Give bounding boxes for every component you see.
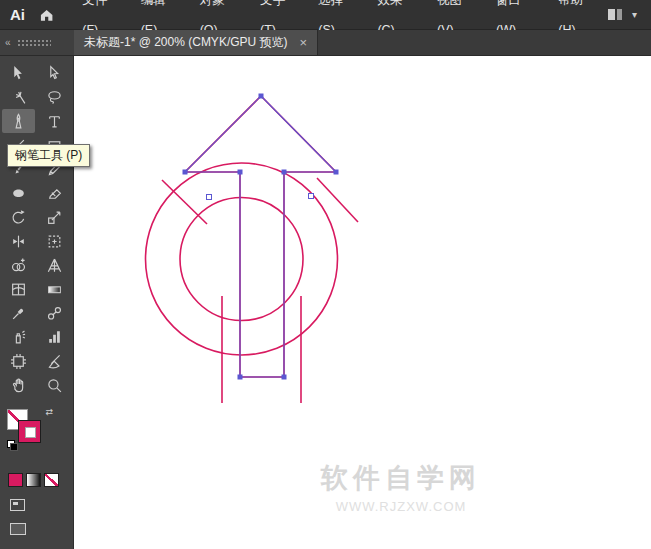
menubar-right: ▾ xyxy=(608,9,651,20)
tabbar: « 未标题-1* @ 200% (CMYK/GPU 预览) × xyxy=(0,30,651,56)
artwork xyxy=(74,56,651,549)
scale-tool[interactable] xyxy=(38,205,71,229)
menu-list: 文件(F)编辑(E)对象(O)文字(T)选择(S)效果(C)视图(V)窗口(W)… xyxy=(72,0,608,29)
app-logo: Ai xyxy=(10,6,25,23)
type-tool[interactable] xyxy=(38,109,71,133)
pen-tool[interactable] xyxy=(2,109,35,133)
arrow-path[interactable] xyxy=(185,96,336,377)
hand-tool[interactable] xyxy=(2,373,35,397)
icon-direct-selection xyxy=(46,65,63,82)
tick-upper-left[interactable] xyxy=(162,180,207,224)
free-transform-tool[interactable] xyxy=(38,229,71,253)
menubar: Ai 文件(F)编辑(E)对象(O)文字(T)选择(S)效果(C)视图(V)窗口… xyxy=(0,0,651,30)
eraser-tool[interactable] xyxy=(38,181,71,205)
color-mode-row xyxy=(8,473,73,487)
icon-rotate xyxy=(10,209,27,226)
mesh-tool[interactable] xyxy=(2,277,35,301)
tools-panel-header[interactable]: « xyxy=(0,30,74,55)
icon-zoom xyxy=(46,377,63,394)
width-tool[interactable] xyxy=(2,229,35,253)
icon-slice xyxy=(46,353,63,370)
arrow-selection-path[interactable] xyxy=(185,96,336,377)
tool-grid xyxy=(0,61,73,397)
zoom-tool[interactable] xyxy=(38,373,71,397)
icon-magic-wand xyxy=(10,89,27,106)
icon-lasso xyxy=(46,89,63,106)
drawing-mode-button[interactable] xyxy=(10,499,25,511)
document-tab[interactable]: 未标题-1* @ 200% (CMYK/GPU 预览) × xyxy=(74,30,318,55)
eyedropper-tool[interactable] xyxy=(2,301,35,325)
anchor-points[interactable] xyxy=(183,94,339,380)
fill-stroke-widget: ⇄ xyxy=(7,407,55,451)
icon-pen xyxy=(10,113,27,130)
icon-perspective-grid xyxy=(46,257,63,274)
icon-blob-brush xyxy=(10,185,27,202)
shape-builder-tool[interactable] xyxy=(2,253,35,277)
icon-blend xyxy=(46,305,63,322)
tick-upper-right[interactable] xyxy=(317,178,358,222)
icon-gradient xyxy=(46,281,63,298)
icon-hand xyxy=(10,377,27,394)
artboard-canvas[interactable]: 软件自学网 WWW.RJZXW.COM xyxy=(74,56,651,549)
illustrator-window: Ai 文件(F)编辑(E)对象(O)文字(T)选择(S)效果(C)视图(V)窗口… xyxy=(0,0,651,549)
main-area: ⇄ xyxy=(0,56,651,549)
none-button[interactable] xyxy=(44,473,59,487)
color-button[interactable] xyxy=(8,473,23,487)
icon-selection xyxy=(10,65,27,82)
pen-tool-tooltip: 钢笔工具 (P) xyxy=(7,144,90,167)
artboard-tool[interactable] xyxy=(2,349,35,373)
blob-brush-tool[interactable] xyxy=(2,181,35,205)
icon-type xyxy=(46,113,63,130)
direct-selection-tool[interactable] xyxy=(38,61,71,85)
icon-shape-builder xyxy=(10,257,27,274)
icon-width xyxy=(10,233,27,250)
document-tab-label: 未标题-1* @ 200% (CMYK/GPU 预览) xyxy=(84,34,288,51)
gradient-button[interactable] xyxy=(26,473,41,487)
stroke-swatch[interactable] xyxy=(18,420,41,443)
panel-grip-dots[interactable] xyxy=(17,39,51,47)
tools-panel: ⇄ xyxy=(0,56,74,549)
slice-tool[interactable] xyxy=(38,349,71,373)
icon-scale xyxy=(46,209,63,226)
symbol-sprayer-tool[interactable] xyxy=(2,325,35,349)
icon-symbol-sprayer xyxy=(10,329,27,346)
collapse-panel-icon[interactable]: « xyxy=(5,38,11,48)
swap-fill-stroke-icon[interactable]: ⇄ xyxy=(45,407,53,417)
rotate-tool[interactable] xyxy=(2,205,35,229)
workspace-switcher-icon[interactable] xyxy=(608,9,622,20)
icon-free-transform xyxy=(46,233,63,250)
blend-tool[interactable] xyxy=(38,301,71,325)
chevron-down-icon[interactable]: ▾ xyxy=(632,9,637,20)
icon-mesh xyxy=(10,281,27,298)
lasso-tool[interactable] xyxy=(38,85,71,109)
column-graph-tool[interactable] xyxy=(38,325,71,349)
gradient-tool[interactable] xyxy=(38,277,71,301)
default-fill-stroke-icon[interactable] xyxy=(7,440,18,451)
magic-wand-tool[interactable] xyxy=(2,85,35,109)
selection-tool[interactable] xyxy=(2,61,35,85)
screen-mode-button[interactable] xyxy=(10,523,26,535)
icon-eyedropper xyxy=(10,305,27,322)
icon-artboard xyxy=(10,353,27,370)
icon-eraser xyxy=(46,185,63,202)
home-icon[interactable] xyxy=(39,7,54,23)
tab-close-icon[interactable]: × xyxy=(300,35,308,50)
perspective-grid-tool[interactable] xyxy=(38,253,71,277)
icon-column-graph xyxy=(46,329,63,346)
